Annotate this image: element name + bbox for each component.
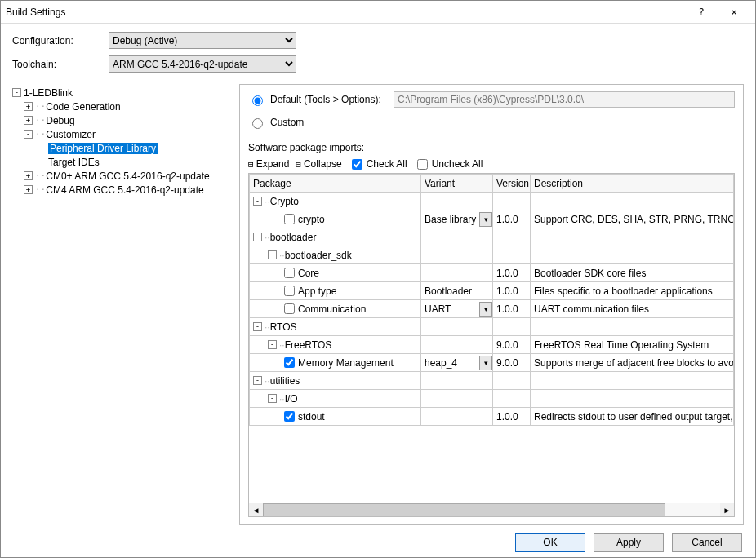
expander-icon[interactable]: - bbox=[268, 394, 277, 403]
description-cell bbox=[531, 228, 734, 246]
packages-grid: Package Variant Version Description -··C… bbox=[248, 173, 735, 517]
col-header-description[interactable]: Description bbox=[531, 175, 734, 193]
uncheck-all-label: Uncheck All bbox=[432, 158, 483, 170]
version-cell: 9.0.0 bbox=[493, 354, 531, 372]
toolchain-label: Toolchain: bbox=[12, 59, 109, 70]
chevron-down-icon[interactable]: ▾ bbox=[479, 212, 492, 227]
expander-icon[interactable]: - bbox=[253, 197, 262, 206]
dialog-footer: OK Apply Cancel bbox=[1, 525, 755, 558]
tree-item-cm4[interactable]: +·· CM4 ARM GCC 5.4-2016-q2-update bbox=[12, 183, 234, 197]
table-row[interactable]: -··I/O bbox=[250, 390, 734, 408]
uncheck-all-button[interactable]: Uncheck All bbox=[414, 158, 483, 170]
uncheck-all-icon bbox=[417, 159, 428, 170]
custom-radio[interactable] bbox=[252, 118, 263, 129]
table-row[interactable]: Memory Managementheap_4▾9.0.0Supports me… bbox=[250, 354, 734, 372]
scroll-right-icon[interactable]: ► bbox=[720, 503, 734, 517]
tree-item-code-generation[interactable]: +·· Code Generation bbox=[12, 100, 234, 113]
expander-icon[interactable]: + bbox=[24, 171, 33, 180]
expander-icon[interactable]: + bbox=[24, 116, 33, 125]
collapse-button[interactable]: ⊟ Collapse bbox=[296, 158, 341, 170]
tree-item-target-ides[interactable]: Target IDEs bbox=[12, 155, 234, 169]
package-label: Memory Management bbox=[298, 357, 394, 369]
chevron-down-icon[interactable]: ▾ bbox=[479, 356, 492, 370]
col-header-version[interactable]: Version bbox=[493, 175, 531, 193]
project-tree[interactable]: - 1-LEDBlink +·· Code Generation +·· Deb… bbox=[12, 84, 234, 525]
expand-button[interactable]: ⊞ Expand bbox=[248, 158, 289, 170]
tree-item-customizer[interactable]: -·· Customizer bbox=[12, 127, 234, 141]
package-label: I/O bbox=[285, 393, 298, 405]
tree-item-label: Code Generation bbox=[46, 101, 120, 113]
table-row[interactable]: -··bootloader_sdk bbox=[250, 246, 734, 264]
toolchain-select[interactable]: ARM GCC 5.4-2016-q2-update bbox=[109, 55, 296, 73]
tree-item-label: Customizer bbox=[46, 129, 96, 140]
expander-icon[interactable]: - bbox=[24, 130, 33, 139]
package-checkbox[interactable] bbox=[284, 268, 295, 278]
table-row[interactable]: stdout1.0.0Redirects stdout to user defi… bbox=[250, 408, 734, 426]
package-checkbox[interactable] bbox=[284, 303, 295, 314]
table-row[interactable]: App typeBootloader1.0.0Files specific to… bbox=[250, 282, 734, 300]
chevron-down-icon[interactable]: ▾ bbox=[479, 302, 492, 317]
close-button[interactable]: × bbox=[718, 2, 750, 22]
tree-item-label: CM0+ ARM GCC 5.4-2016-q2-update bbox=[46, 170, 209, 182]
collapse-label: Collapse bbox=[304, 158, 342, 170]
expander-icon[interactable]: + bbox=[24, 102, 33, 111]
col-header-variant[interactable]: Variant bbox=[421, 175, 493, 193]
package-label: crypto bbox=[298, 214, 325, 225]
table-row[interactable]: cryptoBase library▾1.0.0Support CRC, DES… bbox=[250, 210, 734, 228]
package-label: App type bbox=[298, 286, 336, 297]
ok-button[interactable]: OK bbox=[515, 533, 585, 552]
default-radio[interactable] bbox=[252, 95, 263, 106]
expand-label: Expand bbox=[256, 158, 290, 170]
table-row[interactable]: -··utilities bbox=[250, 372, 734, 390]
expander-icon[interactable]: - bbox=[12, 88, 21, 97]
scroll-left-icon[interactable]: ◄ bbox=[249, 503, 263, 517]
expander-icon[interactable]: - bbox=[253, 232, 262, 241]
package-checkbox[interactable] bbox=[284, 357, 295, 368]
configuration-select[interactable]: Debug (Active) bbox=[109, 32, 296, 49]
apply-button[interactable]: Apply bbox=[594, 533, 664, 552]
default-label: Default (Tools > Options): bbox=[270, 94, 389, 105]
titlebar: Build Settings ? × bbox=[1, 1, 755, 24]
version-cell: 9.0.0 bbox=[493, 336, 531, 354]
main-split: - 1-LEDBlink +·· Code Generation +·· Deb… bbox=[1, 84, 755, 525]
tree-item-peripheral-driver-library[interactable]: Peripheral Driver Library bbox=[12, 141, 234, 155]
package-checkbox[interactable] bbox=[284, 411, 295, 422]
variant-value: Base library bbox=[421, 214, 476, 225]
package-label: bootloader_sdk bbox=[285, 250, 352, 261]
table-row[interactable]: Core1.0.0Bootloader SDK core files bbox=[250, 264, 734, 282]
version-cell bbox=[493, 390, 531, 408]
help-button[interactable]: ? bbox=[685, 2, 718, 22]
package-checkbox[interactable] bbox=[284, 214, 295, 224]
expander-icon[interactable]: - bbox=[268, 340, 277, 349]
table-row[interactable]: -··bootloader bbox=[250, 228, 734, 246]
table-row[interactable]: CommunicationUART▾1.0.0UART communicatio… bbox=[250, 300, 734, 318]
tree-root-label: 1-LEDBlink bbox=[24, 87, 73, 99]
tree-item-cm0plus[interactable]: +·· CM0+ ARM GCC 5.4-2016-q2-update bbox=[12, 169, 234, 183]
variant-value: UART bbox=[421, 303, 451, 315]
table-row[interactable]: -··FreeRTOS9.0.0FreeRTOS Real Time Opera… bbox=[250, 336, 734, 354]
description-cell bbox=[531, 318, 734, 336]
table-row[interactable]: -··Crypto bbox=[250, 193, 734, 210]
version-cell bbox=[493, 318, 531, 336]
cancel-button[interactable]: Cancel bbox=[672, 533, 742, 552]
expander-icon[interactable]: - bbox=[253, 376, 262, 385]
default-path-field bbox=[394, 91, 735, 108]
version-cell bbox=[493, 246, 531, 264]
horizontal-scrollbar[interactable]: ◄ ► bbox=[249, 503, 734, 516]
expander-icon[interactable]: + bbox=[24, 185, 33, 194]
package-label: Communication bbox=[298, 303, 366, 315]
version-cell bbox=[493, 228, 531, 246]
description-cell: UART communication files bbox=[531, 300, 734, 318]
scrollbar-thumb[interactable] bbox=[263, 503, 665, 516]
expander-icon[interactable]: - bbox=[268, 250, 277, 259]
tree-root[interactable]: - 1-LEDBlink bbox=[12, 86, 234, 100]
check-all-button[interactable]: Check All bbox=[349, 158, 407, 170]
package-checkbox[interactable] bbox=[284, 286, 295, 296]
expander-icon[interactable]: - bbox=[253, 322, 262, 331]
tree-item-debug[interactable]: +·· Debug bbox=[12, 113, 234, 127]
table-row[interactable]: -··RTOS bbox=[250, 318, 734, 336]
col-header-package[interactable]: Package bbox=[250, 175, 421, 193]
description-cell: Supports merge of adjacent free blocks t… bbox=[531, 354, 734, 372]
variant-value: heap_4 bbox=[421, 357, 457, 369]
right-pane: Default (Tools > Options): Custom Softwa… bbox=[239, 84, 744, 525]
